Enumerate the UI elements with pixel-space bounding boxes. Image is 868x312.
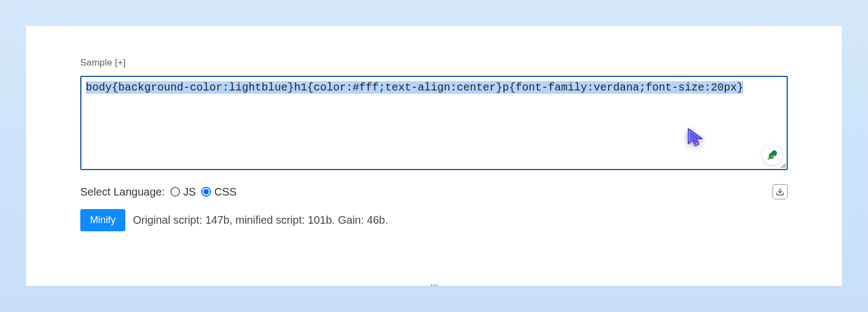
radio-option-css[interactable]: CSS [201, 186, 237, 198]
radio-label-css: CSS [214, 186, 237, 198]
content-area: Sample [+] body{background-color:lightbl… [26, 26, 842, 253]
result-text: Original script: 147b, minified script: … [133, 214, 388, 226]
radio-dot-icon [203, 189, 209, 194]
label-row: Sample [+] [80, 57, 788, 68]
feather-icon [767, 150, 778, 160]
sample-label[interactable]: Sample [+] [80, 57, 126, 68]
textarea-wrapper: body{background-color:lightblue}h1{color… [80, 76, 788, 170]
minify-button[interactable]: Minify [80, 209, 125, 231]
radio-circle-icon [201, 187, 211, 197]
controls-row: Select Language: JS CSS [80, 184, 788, 199]
language-label: Select Language: [80, 186, 165, 198]
action-row: Minify Original script: 147b, minified s… [80, 209, 788, 231]
tool-card: Sample [+] body{background-color:lightbl… [26, 26, 842, 286]
code-input[interactable]: body{background-color:lightblue}h1{color… [80, 76, 788, 170]
download-button[interactable] [773, 184, 788, 199]
bottom-drag-handle-icon [412, 284, 456, 286]
feather-badge[interactable] [763, 145, 782, 165]
download-icon [776, 187, 784, 196]
language-controls: Select Language: JS CSS [80, 186, 237, 198]
code-selection: body{background-color:lightblue}h1{color… [86, 81, 743, 94]
radio-label-js: JS [183, 186, 196, 198]
radio-option-js[interactable]: JS [170, 186, 196, 198]
radio-circle-icon [170, 187, 180, 197]
